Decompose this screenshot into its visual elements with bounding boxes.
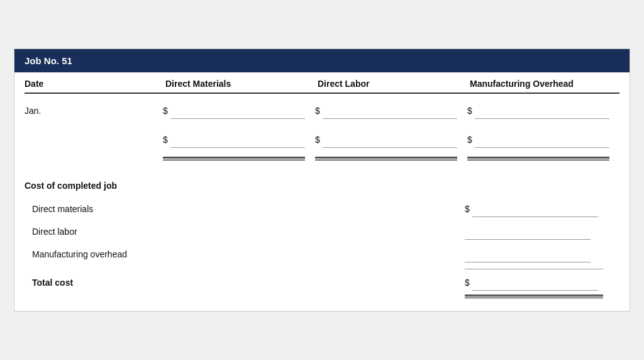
column-headers: Date Direct Materials Direct Labor Manuf…	[25, 72, 619, 94]
cost-section: Cost of completed job Direct materials $…	[14, 166, 630, 311]
jan-direct-labor-cell: $	[315, 103, 467, 119]
moh-dollar-1: $	[467, 106, 472, 116]
total-double-line	[465, 295, 603, 298]
jan-direct-materials-input[interactable]	[170, 103, 305, 119]
cost-direct-materials-row: Direct materials $	[25, 201, 619, 217]
dl-subtotal-line	[315, 154, 467, 160]
table-row-jan: Jan. $ $ $	[25, 94, 619, 123]
cost-mfg-overhead-input[interactable]	[465, 246, 591, 262]
job-cost-card: Job No. 51 Date Direct Materials Direct …	[14, 48, 630, 312]
moh-dollar-2: $	[467, 135, 472, 145]
direct-materials-column-header: Direct Materials	[163, 79, 315, 89]
dm-dollar-1: $	[163, 106, 168, 116]
total-cost-input-cell: $	[465, 274, 619, 291]
dl-dollar-1: $	[315, 106, 320, 116]
table-section: Date Direct Materials Direct Labor Manuf…	[14, 72, 630, 166]
cost-mfg-overhead-row: Manufacturing overhead	[25, 246, 619, 262]
jan-direct-labor-input[interactable]	[323, 103, 457, 119]
jan-mfg-overhead-cell: $	[467, 103, 619, 119]
cost-direct-labor-label: Direct labor	[25, 227, 465, 237]
dl-dollar-2: $	[315, 135, 320, 145]
subtotal-row	[25, 152, 619, 166]
direct-labor-column-header: Direct Labor	[315, 79, 467, 89]
jan-label: Jan.	[25, 106, 163, 116]
cost-direct-labor-input-cell	[465, 223, 619, 240]
total-cost-row: Total cost $	[25, 274, 619, 291]
total-dollar: $	[465, 278, 470, 288]
date-column-header: Date	[25, 79, 163, 89]
cost-dm-dollar: $	[465, 204, 470, 214]
row2-direct-labor-cell: $	[315, 132, 467, 148]
total-cost-label: Total cost	[25, 278, 465, 288]
jan-direct-materials-cell: $	[163, 103, 315, 119]
row2-mfg-overhead-cell: $	[467, 132, 619, 148]
dm-dollar-2: $	[163, 135, 168, 145]
manufacturing-overhead-column-header: Manufacturing Overhead	[467, 79, 619, 89]
cost-direct-materials-input[interactable]	[472, 201, 598, 217]
jan-mfg-overhead-input[interactable]	[475, 103, 609, 119]
cost-separator	[465, 269, 603, 269]
row2-direct-materials-input[interactable]	[170, 132, 305, 148]
cost-mfg-overhead-input-cell	[465, 246, 619, 262]
cost-section-title: Cost of completed job	[25, 181, 619, 191]
job-title: Job No. 51	[25, 55, 72, 66]
cost-direct-materials-input-cell: $	[465, 201, 619, 217]
cost-direct-materials-label: Direct materials	[25, 204, 465, 214]
moh-subtotal-line	[467, 154, 619, 160]
row2-mfg-overhead-input[interactable]	[475, 132, 609, 148]
cost-mfg-overhead-label: Manufacturing overhead	[25, 249, 465, 259]
cost-direct-labor-row: Direct labor	[25, 223, 619, 240]
dm-subtotal-line	[163, 154, 315, 160]
total-cost-input[interactable]	[472, 274, 598, 291]
cost-direct-labor-input[interactable]	[465, 223, 591, 240]
table-row-2: $ $ $	[25, 123, 619, 152]
row2-direct-labor-input[interactable]	[323, 132, 457, 148]
row2-direct-materials-cell: $	[163, 132, 315, 148]
card-header: Job No. 51	[14, 49, 630, 72]
